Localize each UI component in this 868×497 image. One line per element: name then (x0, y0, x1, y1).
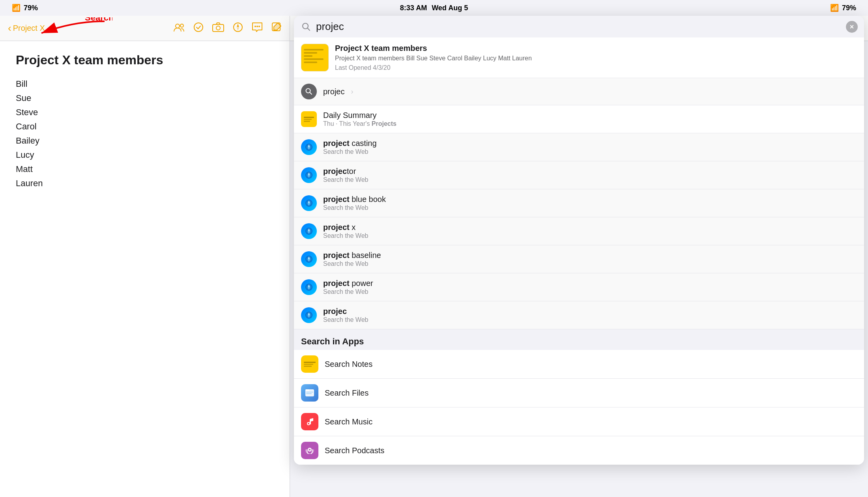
music-app-icon (301, 413, 318, 430)
search-clear-button[interactable]: × (846, 21, 858, 33)
left-note-title: Project X team members (16, 53, 274, 67)
podcasts-app-icon (301, 442, 318, 459)
notes-app-icon (301, 355, 318, 373)
search-bar: projec × (294, 16, 864, 37)
daily-summary-meta: Thu · This Year's Projects (323, 120, 397, 127)
svg-point-0 (176, 24, 180, 28)
top-result-date: Last Opened 4/3/20 (335, 64, 857, 71)
daily-summary-icon (301, 111, 317, 127)
left-nav-back-button[interactable]: ‹ Project X (8, 22, 45, 34)
daily-summary-title: Daily Summary (323, 111, 397, 120)
back-chevron-icon: ‹ (8, 22, 11, 34)
suggestion-sub-4: Search the Web (323, 232, 368, 239)
suggestion-row-1[interactable]: project casting Search the Web (294, 133, 864, 161)
battery-left: 79% (24, 4, 38, 12)
svg-point-1 (180, 24, 183, 27)
search-input[interactable]: projec (316, 21, 842, 33)
search-in-apps-title: Search in Apps (301, 336, 857, 347)
svg-point-50 (308, 423, 309, 424)
compass-icon[interactable] (233, 22, 243, 35)
search-notes-label: Search Notes (325, 360, 372, 369)
app-container: ‹ Project X (0, 16, 868, 497)
people-icon[interactable] (174, 23, 185, 34)
right-panel: ‹ Project X (290, 16, 868, 497)
search-term-value: projec (323, 87, 344, 96)
suggestion-sub-5: Search the Web (323, 260, 381, 267)
daily-summary-row[interactable]: Daily Summary Thu · This Year's Projects (294, 105, 864, 133)
search-podcasts-label: Search Podcasts (325, 446, 384, 455)
svg-line-21 (308, 28, 310, 30)
status-left: 📶 79% (12, 4, 38, 12)
compose-icon[interactable] (271, 22, 282, 35)
list-item: Sue (16, 91, 274, 105)
svg-point-8 (254, 26, 256, 27)
suggestion-text-5: project baseline Search the Web (323, 251, 381, 267)
safari-icon-1 (301, 139, 317, 155)
top-result-subtitle: Project X team members Bill Sue Steve Ca… (335, 54, 857, 63)
suggestion-sub-1: Search the Web (323, 148, 377, 155)
list-item: Carol (16, 120, 274, 134)
search-notes-row[interactable]: Search Notes (294, 350, 864, 379)
wifi-icon-left: 📶 (12, 4, 21, 12)
suggestion-sub-2: Search the Web (323, 176, 368, 183)
suggestion-row-7[interactable]: projec Search the Web (294, 301, 864, 329)
svg-point-2 (194, 23, 203, 32)
list-item: Bill (16, 77, 274, 91)
suggestion-sub-7: Search the Web (323, 316, 368, 323)
search-icon (300, 21, 312, 33)
suggestion-row-4[interactable]: project x Search the Web (294, 217, 864, 245)
list-item: Lauren (16, 176, 274, 191)
svg-point-53 (309, 449, 311, 450)
svg-marker-6 (237, 24, 239, 27)
search-music-label: Search Music (325, 417, 372, 426)
search-term-row[interactable]: projec › (294, 78, 864, 105)
search-term-text: projec (323, 87, 344, 96)
wifi-icon-right: 📶 (830, 4, 839, 12)
list-item: Steve (16, 105, 274, 120)
left-nav-bar: ‹ Project X (0, 16, 290, 41)
suggestion-label-1: project casting (323, 139, 377, 148)
suggestion-row-6[interactable]: project power Search the Web (294, 273, 864, 301)
top-result-info: Project X team members Project X team me… (335, 44, 857, 71)
svg-rect-46 (305, 389, 309, 391)
list-item: Matt (16, 162, 274, 176)
safari-icon-6 (301, 279, 317, 295)
svg-rect-3 (213, 24, 224, 32)
search-term-label: projec (323, 87, 344, 96)
suggestion-label-7: projec (323, 307, 368, 316)
suggestion-row-2[interactable]: projector Search the Web (294, 161, 864, 189)
search-podcasts-row[interactable]: Search Podcasts (294, 436, 864, 465)
checkmark-circle-icon[interactable] (193, 22, 204, 35)
search-music-row[interactable]: Search Music (294, 407, 864, 436)
suggestion-row-5[interactable]: project baseline Search the Web (294, 245, 864, 273)
list-item: Lucy (16, 148, 274, 162)
search-files-row[interactable]: Search Files (294, 379, 864, 407)
suggestion-text-1: project casting Search the Web (323, 139, 377, 155)
left-note-content: Project X team members Bill Sue Steve Ca… (0, 41, 290, 497)
search-overlay: projec × (294, 16, 864, 465)
camera-icon[interactable] (212, 22, 224, 34)
top-result-item[interactable]: Project X team members Project X team me… (294, 37, 864, 78)
bubble-dots-icon[interactable] (252, 22, 263, 35)
left-nav-back-label: Project X (13, 24, 45, 33)
svg-rect-48 (306, 393, 312, 394)
time-display: 8:33 AM (400, 4, 427, 12)
date-display: Wed Aug 5 (432, 4, 468, 12)
safari-icon-5 (301, 251, 317, 267)
suggestion-sub-6: Search the Web (323, 288, 373, 295)
search-in-apps-section: Search in Apps (294, 329, 864, 350)
svg-point-4 (216, 26, 220, 30)
safari-icon-3 (301, 195, 317, 211)
left-panel: ‹ Project X (0, 16, 290, 497)
suggestion-text-6: project power Search the Web (323, 279, 373, 295)
suggestion-text-3: project blue book Search the Web (323, 195, 386, 211)
status-bar: 📶 79% 8:33 AM Wed Aug 5 📶 79% (0, 0, 868, 16)
suggestion-text-4: project x Search the Web (323, 223, 368, 239)
battery-right: 79% (842, 4, 856, 12)
suggestion-label-4: project x (323, 223, 368, 232)
suggestion-row-3[interactable]: project blue book Search the Web (294, 189, 864, 217)
svg-rect-47 (306, 392, 313, 392)
suggestion-label-5: project baseline (323, 251, 381, 260)
safari-icon-4 (301, 223, 317, 239)
suggestion-label-2: projector (323, 167, 368, 176)
